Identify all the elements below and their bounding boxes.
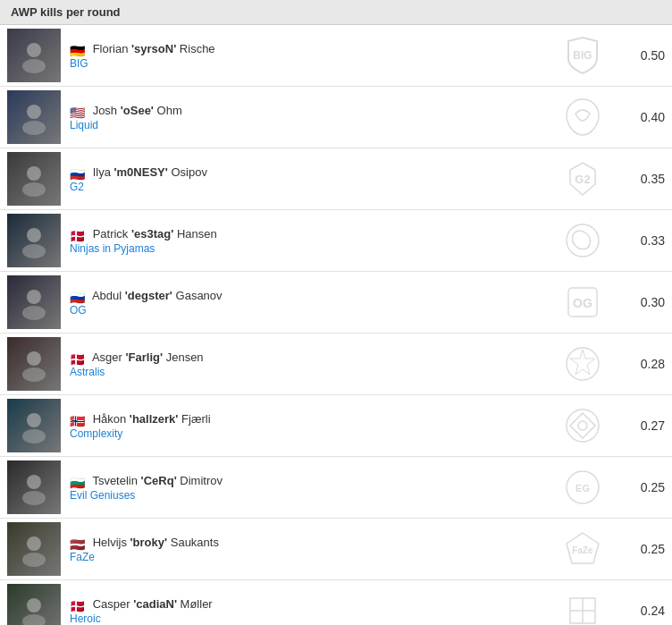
player-firstname: Casper (93, 597, 134, 611)
stat-value: 0.27 (620, 418, 665, 433)
player-lastname: Hansen (173, 227, 216, 241)
avatar-image (7, 337, 61, 391)
avatar-image (7, 214, 61, 267)
player-name: 🇩🇰 Asger 'Farlig' Jensen (70, 351, 545, 364)
avatar (7, 214, 61, 267)
team-logo (556, 584, 609, 625)
table-row: 🇺🇸 Josh 'oSee' Ohm Liquid 0.40 (0, 87, 672, 148)
avatar (7, 584, 61, 625)
stat-value: 0.24 (620, 604, 665, 618)
team-logo (556, 214, 609, 267)
player-team[interactable]: Ninjas in Pyjamas (70, 242, 545, 255)
player-firstname: Håkon (93, 412, 130, 426)
team-logo (556, 90, 609, 144)
player-nickname: 'broky' (130, 536, 168, 549)
player-nickname: 'cadiaN' (133, 597, 177, 611)
player-nickname: 'hallzerk' (130, 412, 179, 426)
avatar (7, 90, 61, 144)
table-row: 🇳🇴 Håkon 'hallzerk' Fjærli Complexity 0.… (0, 395, 672, 457)
svg-text:BIG: BIG (573, 49, 592, 62)
player-nickname: 'm0NESY' (113, 165, 167, 179)
player-info: 🇩🇰 Patrick 'es3tag' Hansen Ninjas in Pyj… (70, 227, 545, 255)
player-nickname: 'CeRq' (141, 474, 177, 487)
avatar (7, 460, 61, 514)
svg-point-30 (22, 614, 46, 625)
stat-value: 0.33 (620, 233, 665, 248)
widget-container: AWP kills per round 🇩🇪 Florian 'syrsoN' … (0, 0, 672, 625)
stat-value: 0.25 (620, 480, 665, 494)
avatar-image (7, 275, 61, 329)
player-name: 🇳🇴 Håkon 'hallzerk' Fjærli (70, 412, 545, 426)
player-team[interactable]: FaZe (70, 551, 545, 563)
player-name: 🇺🇸 Josh 'oSee' Ohm (70, 104, 545, 117)
table-row: 🇧🇬 Tsvetelin 'CeRq' Dimitrov Evil Genius… (0, 457, 672, 519)
player-lastname: Dimitrov (177, 474, 223, 487)
player-team[interactable]: Evil Geniuses (70, 489, 545, 502)
team-logo (556, 337, 609, 391)
widget-header: AWP kills per round (0, 0, 672, 25)
player-flag: 🇺🇸 (70, 106, 86, 116)
players-list: 🇩🇪 Florian 'syrsoN' Rische BIG BIG 0.50 … (0, 25, 672, 625)
player-lastname: Osipov (168, 165, 207, 179)
svg-point-19 (22, 429, 46, 443)
player-nickname: 'syrsoN' (131, 42, 176, 55)
stat-value: 0.28 (620, 357, 665, 371)
avatar (7, 275, 61, 329)
player-nickname: 'Farlig' (125, 351, 163, 364)
svg-point-26 (27, 536, 41, 551)
player-nickname: 'es3tag' (131, 227, 173, 241)
svg-text:OG: OG (573, 296, 592, 310)
player-firstname: Florian (93, 42, 131, 55)
stat-value: 0.35 (620, 172, 665, 186)
player-team[interactable]: Astralis (70, 366, 545, 378)
svg-point-3 (27, 105, 41, 119)
player-info: 🇷🇺 Ilya 'm0NESY' Osipov G2 (70, 165, 545, 193)
player-info: 🇱🇻 Helvijs 'broky' Saukants FaZe (70, 536, 545, 563)
player-info: 🇩🇰 Casper 'cadiaN' Møller Heroic (70, 597, 545, 625)
player-info: 🇺🇸 Josh 'oSee' Ohm Liquid (70, 104, 545, 131)
svg-point-1 (22, 59, 46, 73)
avatar-image (7, 584, 61, 625)
svg-point-17 (567, 348, 599, 380)
avatar-image (7, 399, 61, 452)
table-row: 🇱🇻 Helvijs 'broky' Saukants FaZe FaZe 0.… (0, 519, 672, 580)
player-team[interactable]: BIG (70, 57, 545, 70)
player-team[interactable]: OG (70, 304, 545, 317)
player-flag: 🇱🇻 (70, 537, 86, 548)
player-flag: 🇩🇰 (70, 599, 86, 610)
player-flag: 🇧🇬 (70, 476, 86, 486)
avatar (7, 152, 61, 206)
svg-point-8 (27, 228, 41, 242)
player-team[interactable]: G2 (70, 181, 545, 193)
player-nickname: 'oSee' (121, 104, 154, 117)
player-flag: 🇩🇪 (70, 44, 86, 55)
avatar (7, 522, 61, 576)
player-firstname: Abdul (92, 289, 125, 302)
avatar (7, 337, 61, 391)
player-team[interactable]: Liquid (70, 119, 545, 131)
player-firstname: Asger (92, 351, 126, 364)
player-flag: 🇷🇺 (70, 291, 86, 301)
avatar (7, 29, 61, 82)
svg-point-22 (27, 475, 41, 489)
svg-point-11 (27, 290, 41, 304)
svg-point-4 (22, 121, 46, 135)
player-team[interactable]: Complexity (70, 427, 545, 440)
player-firstname: Helvijs (93, 536, 130, 549)
player-info: 🇷🇺 Abdul 'degster' Gasanov OG (70, 289, 545, 317)
player-team[interactable]: Heroic (70, 612, 545, 625)
svg-point-16 (22, 367, 46, 382)
svg-point-29 (27, 598, 41, 612)
team-logo: G2 (556, 152, 609, 206)
player-info: 🇳🇴 Håkon 'hallzerk' Fjærli Complexity (70, 412, 545, 440)
player-name: 🇷🇺 Abdul 'degster' Gasanov (70, 289, 545, 302)
svg-point-20 (567, 410, 599, 442)
avatar-image (7, 29, 61, 82)
player-info: 🇩🇰 Asger 'Farlig' Jensen Astralis (70, 351, 545, 378)
player-flag: 🇩🇰 (70, 352, 86, 363)
team-logo: BIG (556, 29, 609, 82)
avatar-image (7, 460, 61, 514)
player-flag: 🇷🇺 (70, 167, 86, 178)
player-name: 🇩🇰 Casper 'cadiaN' Møller (70, 597, 545, 611)
player-flag: 🇳🇴 (70, 414, 86, 425)
